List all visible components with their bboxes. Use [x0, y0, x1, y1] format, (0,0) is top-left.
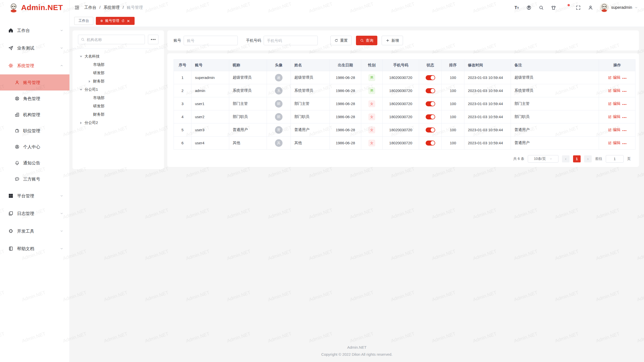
caret-open-icon[interactable] [79, 89, 83, 90]
tree-node-1[interactable]: 市场部 [72, 61, 164, 69]
sidebar-item-5[interactable]: 开发工具 [0, 222, 69, 240]
sidebar-item-label: 日志管理 [17, 211, 60, 216]
more-actions-button[interactable] [622, 142, 626, 144]
column-header-order: 排序 [442, 60, 464, 71]
sidebar-item-1[interactable]: 业务测试 [0, 39, 69, 57]
user-icon[interactable] [588, 5, 593, 10]
refresh-icon [334, 38, 338, 42]
sidebar-subitem-2-4[interactable]: 个人中心 [0, 139, 69, 155]
status-toggle[interactable] [426, 101, 435, 106]
page-number-button[interactable]: 1 [573, 155, 581, 162]
tree-node-6[interactable]: 研发部 [72, 102, 164, 110]
cell-gender: 女 [361, 137, 383, 150]
org-tree: 大名科技市场部研发部财务部分公司1市场部研发部财务部分公司2 [72, 49, 164, 127]
cell-remark: 普通用户 [511, 123, 599, 137]
page-size-select[interactable]: 10条/页 [528, 155, 558, 163]
edit-button[interactable]: 编辑 [608, 75, 620, 80]
reset-button[interactable]: 重置 [330, 36, 352, 45]
tree-node-label: 财务部 [93, 79, 104, 84]
breadcrumb-item-0[interactable]: 工作台 [84, 5, 96, 10]
sidebar-subitem-2-1[interactable]: 角色管理 [0, 90, 69, 107]
status-toggle[interactable] [426, 127, 435, 132]
sidebar-subitem-label: 三方账号 [23, 176, 40, 182]
org-more-button[interactable] [148, 35, 158, 44]
search-icon[interactable] [539, 5, 544, 10]
chevron-down-icon [60, 229, 63, 233]
user-menu[interactable]: superadmin [600, 3, 638, 12]
tree-node-0[interactable]: 大名科技 [72, 52, 164, 61]
cell-actions: 编辑 [599, 123, 635, 137]
sidebar-item-label: 业务测试 [17, 45, 60, 51]
status-toggle[interactable] [426, 114, 435, 119]
sidebar-subitem-2-2[interactable]: 机构管理 [0, 107, 69, 123]
sidebar-subitem-2-3[interactable]: 职位管理 [0, 123, 69, 139]
edit-button[interactable]: 编辑 [608, 114, 620, 119]
caret-closed-icon[interactable] [79, 122, 83, 124]
notification-icon[interactable] [563, 5, 569, 10]
sidebar-subitem-2-5[interactable]: 通知公告 [0, 155, 69, 171]
sidebar-item-4[interactable]: 日志管理 [0, 205, 69, 222]
logo[interactable]: Admin.NET [0, 0, 69, 15]
status-toggle[interactable] [426, 141, 435, 146]
gender-tag: 女 [369, 114, 375, 120]
more-actions-button[interactable] [622, 76, 626, 79]
phone-input[interactable] [264, 36, 318, 45]
query-button[interactable]: 查询 [356, 36, 377, 45]
tree-node-label: 财务部 [93, 112, 104, 117]
tree-node-7[interactable]: 财务部 [72, 110, 164, 119]
sidebar-item-0[interactable]: 工作台 [0, 22, 69, 39]
caret-closed-icon[interactable] [88, 80, 92, 83]
sidebar-item-3[interactable]: 平台管理 [0, 187, 69, 205]
collapse-menu-icon[interactable] [74, 5, 80, 10]
breadcrumb-item-1[interactable]: 系统管理 [103, 5, 119, 10]
font-size-icon[interactable]: TT [514, 5, 519, 10]
cell-actions: 编辑 [599, 110, 635, 123]
sidebar-item-2[interactable]: 系统管理 [0, 57, 69, 74]
account-input[interactable] [184, 36, 238, 45]
sidebar-subitem-2-0[interactable]: 账号管理 [0, 74, 69, 90]
next-page-button[interactable]: › [584, 155, 592, 162]
tree-node-4[interactable]: 分公司1 [72, 85, 164, 94]
goto-page-input[interactable] [606, 155, 624, 163]
tree-node-8[interactable]: 分公司2 [72, 119, 164, 127]
reset-label: 重置 [340, 38, 348, 43]
fullscreen-icon[interactable] [576, 5, 581, 10]
cell-account: superadmin [191, 71, 229, 84]
add-button[interactable]: 新增 [382, 36, 403, 45]
status-toggle[interactable] [426, 75, 435, 80]
cell-phone: 18020030720 [383, 84, 419, 97]
org-search-input[interactable] [87, 37, 142, 42]
theme-icon[interactable] [551, 5, 556, 10]
more-actions-button[interactable] [622, 116, 626, 118]
search-icon [81, 37, 85, 41]
edit-button[interactable]: 编辑 [608, 127, 620, 132]
edit-button[interactable]: 编辑 [608, 101, 620, 106]
tab-close-icon[interactable]: ✕ [127, 19, 130, 23]
tab-refresh-icon[interactable] [121, 19, 125, 23]
caret-open-icon[interactable] [79, 56, 83, 57]
sidebar-item-6[interactable]: 帮助文档 [0, 240, 69, 257]
tree-node-3[interactable]: 财务部 [72, 77, 164, 85]
cell-birth_date: 1986-06-28 [330, 123, 361, 137]
more-actions-button[interactable] [622, 89, 626, 92]
edit-button[interactable]: 编辑 [608, 88, 620, 93]
tab-1[interactable]: 账号管理✕ [96, 17, 135, 25]
logo-text: Admin.NET [21, 3, 63, 12]
edit-button[interactable]: 编辑 [608, 141, 620, 145]
chevron-down-icon [549, 157, 552, 160]
prev-page-button[interactable]: ‹ [562, 155, 570, 162]
language-icon[interactable] [526, 5, 532, 10]
avatar: 部 [275, 100, 283, 108]
sidebar-subitem-2-6[interactable]: 三方账号 [0, 171, 69, 187]
page-footer: Admin.NET Copyright © 2022 Dilon All rig… [70, 344, 644, 358]
status-toggle[interactable] [426, 88, 435, 93]
cell-remark: 系统管理员 [511, 84, 599, 97]
more-actions-button[interactable] [622, 129, 626, 131]
cell-nickname: 其他 [229, 137, 267, 150]
tab-0[interactable]: 工作台 [74, 17, 93, 25]
cell-account: user1 [191, 97, 229, 110]
tree-node-2[interactable]: 研发部 [72, 69, 164, 77]
more-actions-button[interactable] [622, 103, 626, 105]
cell-account: admin [191, 84, 229, 97]
tree-node-5[interactable]: 市场部 [72, 94, 164, 102]
